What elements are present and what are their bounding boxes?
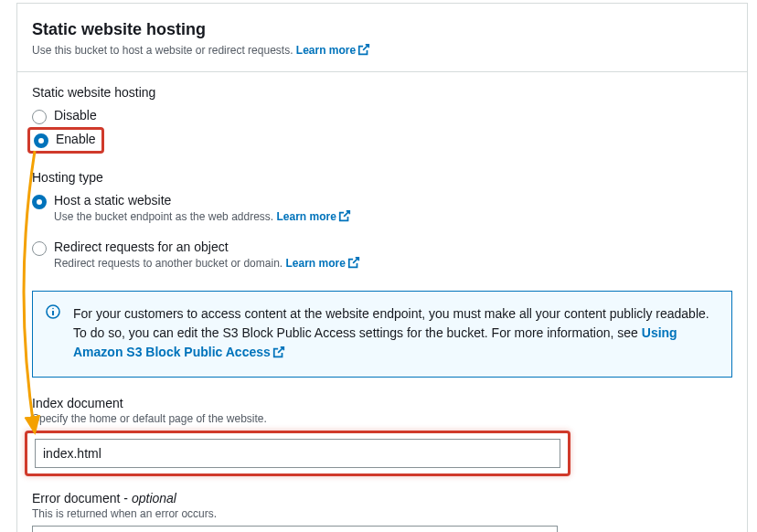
index-document-desc: Specify the home or default page of the … (32, 412, 732, 425)
index-document-input[interactable] (35, 439, 560, 468)
radio-redirect-control[interactable] (32, 241, 47, 256)
panel-header: Static website hosting Use this bucket t… (17, 4, 747, 72)
panel-title: Static website hosting (32, 20, 729, 39)
static-hosting-panel: Static website hosting Use this bucket t… (16, 3, 748, 532)
learn-more-link[interactable]: Learn more (296, 44, 370, 57)
radio-redirect-label: Redirect requests for an object (54, 239, 360, 254)
radio-redirect[interactable]: Redirect requests for an object Redirect… (32, 237, 732, 274)
hosting-radio-group: Disable Enable (32, 105, 732, 154)
info-text: For your customers to access content at … (73, 304, 719, 364)
error-document-input[interactable] (32, 526, 558, 532)
radio-disable-label: Disable (54, 108, 97, 122)
error-document-field: Error document - optional This is return… (32, 491, 732, 532)
hosting-type-group: Host a static website Use the bucket end… (32, 190, 732, 274)
radio-static-website[interactable]: Host a static website Use the bucket end… (32, 190, 732, 228)
radio-disable-control[interactable] (32, 110, 47, 124)
enable-highlight-box: Enable (27, 127, 104, 154)
radio-static-desc: Use the bucket endpoint as the web addre… (54, 209, 351, 225)
info-box: For your customers to access content at … (32, 291, 732, 378)
radio-enable[interactable]: Enable (34, 132, 96, 148)
hosting-section-label: Static website hosting (32, 85, 732, 100)
radio-static-control[interactable] (32, 195, 47, 209)
svg-point-2 (52, 308, 54, 310)
hosting-type-label: Hosting type (32, 170, 732, 185)
external-link-icon (347, 256, 360, 271)
radio-disable[interactable]: Disable (32, 105, 732, 127)
external-link-icon (338, 209, 351, 225)
external-link-icon (357, 43, 370, 59)
info-icon (46, 304, 60, 322)
radio-static-label: Host a static website (54, 193, 351, 207)
radio-enable-label: Enable (56, 132, 96, 146)
radio-enable-control[interactable] (34, 133, 48, 148)
error-document-desc: This is returned when an error occurs. (32, 507, 732, 520)
static-learn-more-link[interactable]: Learn more (277, 210, 351, 223)
panel-body: Static website hosting Disable Enable Ho… (17, 72, 747, 532)
panel-subtitle: Use this bucket to host a website or red… (32, 43, 729, 59)
index-document-label: Index document (32, 396, 732, 410)
error-document-label: Error document - optional (32, 491, 732, 505)
index-highlight-box (25, 431, 570, 476)
redirect-learn-more-link[interactable]: Learn more (285, 257, 359, 270)
radio-redirect-desc: Redirect requests to another bucket or d… (54, 256, 360, 271)
index-document-field: Index document Specify the home or defau… (32, 396, 732, 476)
external-link-icon (272, 345, 285, 364)
